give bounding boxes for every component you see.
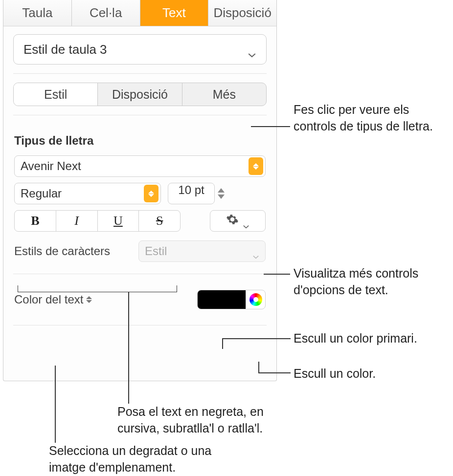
text-style-button-group: B I U S bbox=[14, 210, 181, 232]
callout-line bbox=[251, 126, 290, 127]
font-family-value: Avenir Next bbox=[21, 159, 81, 173]
chevron-down-icon bbox=[252, 249, 259, 254]
callout-gradient-fill: Selecciona un degradat o una imatge d'em… bbox=[49, 443, 225, 476]
character-styles-label: Estils de caràcters bbox=[14, 244, 110, 258]
chevron-down-icon bbox=[243, 218, 249, 223]
font-size-stepper: 10 pt bbox=[168, 183, 225, 204]
color-swatch-primary[interactable] bbox=[198, 290, 246, 309]
divider bbox=[13, 73, 267, 74]
callout-line bbox=[222, 338, 291, 339]
text-subtab-bar: Estil Disposició Més bbox=[13, 83, 267, 106]
font-size-down[interactable] bbox=[218, 195, 225, 199]
dropdown-spinner-icon bbox=[144, 185, 159, 202]
format-inspector-panel: Taula Cel·la Text Disposició Estil de ta… bbox=[3, 0, 277, 381]
divider bbox=[13, 274, 267, 274]
callout-line bbox=[222, 338, 223, 349]
callout-line bbox=[258, 372, 291, 373]
underline-button[interactable]: U bbox=[98, 211, 139, 231]
callout-line bbox=[55, 366, 56, 443]
font-section-title: Tipus de lletra bbox=[3, 124, 276, 152]
paragraph-style-select[interactable]: Estil de taula 3 bbox=[13, 34, 267, 65]
tab-text[interactable]: Text bbox=[140, 0, 209, 26]
font-weight-select[interactable]: Regular bbox=[14, 183, 161, 204]
callout-line bbox=[264, 274, 290, 275]
text-color-swatch-group bbox=[197, 290, 266, 309]
tab-cell[interactable]: Cel·la bbox=[72, 0, 140, 26]
subtab-style[interactable]: Estil bbox=[14, 83, 98, 106]
callout-line bbox=[258, 362, 259, 372]
callout-line bbox=[128, 292, 129, 404]
font-family-select[interactable]: Avenir Next bbox=[14, 155, 266, 177]
callout-primary-color: Escull un color primari. bbox=[294, 330, 450, 347]
divider bbox=[13, 115, 267, 115]
bold-button[interactable]: B bbox=[15, 211, 56, 231]
updown-icon bbox=[86, 296, 92, 303]
character-style-placeholder: Estil bbox=[145, 244, 167, 258]
tab-table[interactable]: Taula bbox=[3, 0, 72, 26]
callout-bracket bbox=[18, 285, 177, 292]
dropdown-spinner-icon bbox=[249, 157, 263, 175]
callout-more-options: Visualitza més controls d'opcions de tex… bbox=[294, 265, 450, 299]
callout-bius: Posa el text en negreta, en cursiva, sub… bbox=[117, 404, 294, 437]
chevron-down-icon bbox=[248, 46, 256, 52]
strikethrough-button[interactable]: S bbox=[139, 211, 180, 231]
character-style-select[interactable]: Estil bbox=[138, 240, 266, 262]
tab-layout[interactable]: Disposició bbox=[208, 0, 276, 26]
callout-font-controls: Fes clic per veure els controls de tipus… bbox=[294, 102, 445, 135]
color-wheel-icon bbox=[249, 293, 262, 306]
subtab-layout[interactable]: Disposició bbox=[98, 83, 182, 106]
paragraph-style-value: Estil de taula 3 bbox=[23, 42, 107, 57]
color-wheel-button[interactable] bbox=[246, 290, 265, 309]
font-weight-value: Regular bbox=[21, 187, 62, 200]
italic-button[interactable]: I bbox=[56, 211, 98, 231]
text-color-label: Color del text bbox=[14, 293, 83, 306]
subtab-more[interactable]: Més bbox=[182, 83, 266, 106]
font-size-input[interactable]: 10 pt bbox=[168, 183, 215, 204]
advanced-options-button[interactable] bbox=[210, 210, 266, 232]
text-color-menu[interactable]: Color del text bbox=[14, 293, 92, 306]
font-size-up[interactable] bbox=[218, 188, 225, 193]
divider bbox=[13, 325, 267, 325]
top-tab-bar: Taula Cel·la Text Disposició bbox=[3, 0, 276, 26]
gear-icon bbox=[226, 213, 239, 229]
callout-pick-color: Escull un color. bbox=[294, 366, 450, 382]
